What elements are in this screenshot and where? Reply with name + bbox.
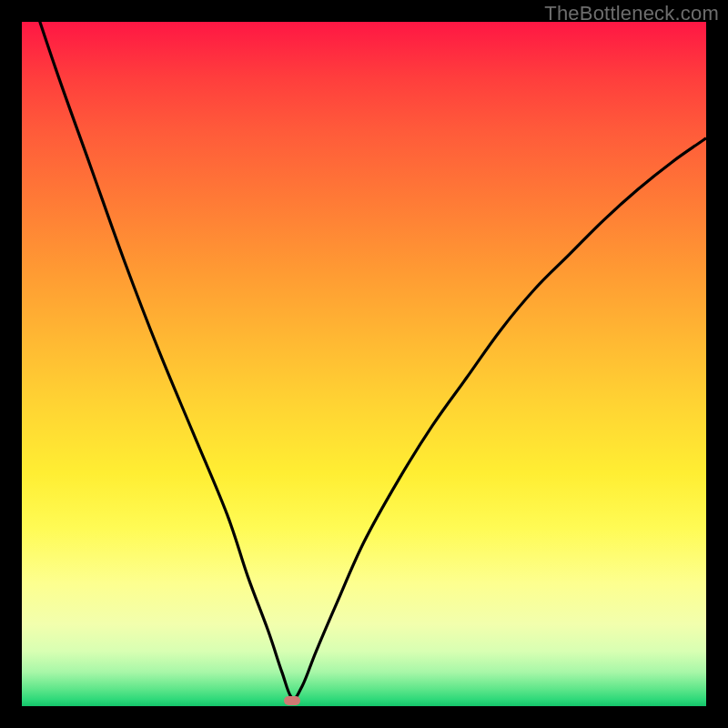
chart-frame: TheBottleneck.com bbox=[0, 0, 728, 728]
bottleneck-curve bbox=[22, 22, 706, 706]
curve-path bbox=[22, 22, 706, 699]
plot-area bbox=[22, 22, 706, 706]
watermark-text: TheBottleneck.com bbox=[544, 2, 719, 25]
optimal-marker bbox=[284, 696, 300, 705]
